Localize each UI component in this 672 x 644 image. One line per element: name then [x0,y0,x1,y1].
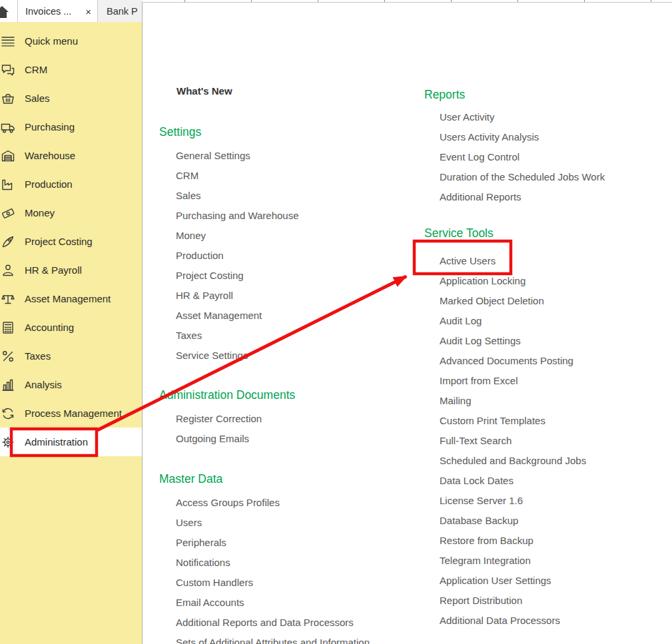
menu-item-data-lock-dates[interactable]: Data Lock Dates [440,471,586,491]
section-title: Reports [424,87,605,103]
menu-item-restore-from-backup[interactable]: Restore from Backup [440,531,586,551]
sidebar-item-label-administration: Administration [25,436,88,448]
sidebar-item-label-sales: Sales [25,93,50,104]
sidebar-item-label-project-costing: Project Costing [25,236,93,247]
sidebar-item-label-analysis: Analysis [25,379,62,390]
menu-item-general-settings[interactable]: General Settings [176,146,299,166]
bar-chart-icon [1,378,15,392]
sidebar-item-sales[interactable]: Sales [0,84,142,113]
sidebar-item-label-taxes: Taxes [25,350,51,362]
sidebar-item-administration[interactable]: Administration [0,428,142,456]
menu-item-audit-log-settings[interactable]: Audit Log Settings [440,331,586,351]
close-icon[interactable]: × [85,6,91,16]
section-title: Master Data [159,471,370,487]
basket-icon [1,91,15,106]
menu-item-peripherals[interactable]: Peripherals [176,533,370,553]
sidebar-item-label-accounting: Accounting [25,322,74,333]
menu-item-money[interactable]: Money [176,226,299,246]
whats-new-command[interactable]: What's New [176,85,232,97]
menu-item-purchasing-and-warehouse[interactable]: Purchasing and Warehouse [176,206,299,226]
menu-item-additional-reports-and-data-processors[interactable]: Additional Reports and Data Processors [176,613,370,633]
menu-item-sales[interactable]: Sales [176,186,299,206]
menu-icon [1,34,15,49]
sections-sidebar: Quick menu CRM Sales Purchasing Warehous… [0,22,142,644]
menu-item-service-settings[interactable]: Service Settings [176,346,299,366]
person-icon [1,263,15,278]
sidebar-item-label-money: Money [25,207,55,218]
sidebar-item-process-management[interactable]: Process Management [0,399,142,428]
menu-item-mailing[interactable]: Mailing [440,391,586,411]
menu-item-register-correction[interactable]: Register Correction [176,409,295,429]
chat-icon [1,63,15,77]
menu-item-active-users[interactable]: Active Users [440,251,586,271]
sidebar-item-analysis[interactable]: Analysis [0,370,142,399]
menu-item-sets-of-additional-attributes-and-information[interactable]: Sets of Additional Attributes and Inform… [176,633,370,644]
menu-item-asset-management[interactable]: Asset Management [176,306,299,326]
sidebar-item-label-asset-management: Asset Management [25,293,111,304]
menu-item-notifications[interactable]: Notifications [176,553,370,573]
menu-item-scheduled-and-background-jobs[interactable]: Scheduled and Background Jobs [440,451,586,471]
menu-item-full-text-search[interactable]: Full-Text Search [440,431,586,451]
sync-icon [1,406,15,421]
sidebar-item-label-production: Production [25,178,73,190]
tab-invoices[interactable]: Invoices ... × [17,0,98,22]
menu-item-application-user-settings[interactable]: Application User Settings [440,571,586,591]
home-icon[interactable] [0,5,9,19]
menu-item-import-from-excel[interactable]: Import from Excel [440,371,586,391]
truck-icon [1,120,15,135]
menu-item-access-groups-profiles[interactable]: Access Groups Profiles [176,493,370,513]
section-title: Settings [159,124,299,140]
sidebar-item-accounting[interactable]: Accounting [0,313,142,342]
menu-item-event-log-control[interactable]: Event Log Control [440,147,605,167]
menu-item-license-server-1-6[interactable]: License Server 1.6 [440,491,586,511]
menu-item-advanced-documents-posting[interactable]: Advanced Documents Posting [440,351,586,371]
menu-item-custom-handlers[interactable]: Custom Handlers [176,573,370,593]
menu-item-marked-object-deletion[interactable]: Marked Object Deletion [440,291,586,311]
menu-item-users[interactable]: Users [176,513,370,533]
warehouse-icon [1,149,15,163]
percent-icon [1,349,15,364]
menu-item-audit-log[interactable]: Audit Log [440,311,586,331]
menu-item-additional-reports[interactable]: Additional Reports [440,187,605,207]
menu-item-additional-data-processors[interactable]: Additional Data Processors [440,611,586,631]
section-title: Service Tools [424,225,586,241]
menu-item-project-costing[interactable]: Project Costing [176,266,299,286]
sidebar-item-label-purchasing: Purchasing [25,121,75,133]
menu-item-users-activity-analysis[interactable]: Users Activity Analysis [440,127,605,147]
menu-item-taxes[interactable]: Taxes [176,326,299,346]
menu-item-email-accounts[interactable]: Email Accounts [176,593,370,613]
tab-bank-payments[interactable]: Bank P [98,0,143,22]
menu-item-production[interactable]: Production [176,246,299,266]
sidebar-item-label-process-management: Process Management [25,408,122,419]
factory-icon [1,177,15,192]
menu-item-database-backup[interactable]: Database Backup [440,511,586,531]
sidebar-item-taxes[interactable]: Taxes [0,342,142,370]
sidebar-item-production[interactable]: Production [0,170,142,198]
sidebar-item-asset-management[interactable]: Asset Management [0,284,142,313]
money-icon [1,206,15,220]
sidebar-item-hr-payroll[interactable]: HR & Payroll [0,256,142,284]
menu-item-hr-payroll[interactable]: HR & Payroll [176,286,299,306]
menu-item-duration-of-the-scheduled-jobs-work[interactable]: Duration of the Scheduled Jobs Work [440,167,605,187]
sidebar-item-label-crm: CRM [25,64,47,75]
rocket-icon [1,234,15,249]
menu-item-application-locking[interactable]: Application Locking [440,271,586,291]
sidebar-item-quick-menu[interactable]: Quick menu [0,27,142,55]
menu-section-reports: Reports User ActivityUsers Activity Anal… [424,87,605,207]
menu-item-outgoing-emails[interactable]: Outgoing Emails [176,429,295,449]
sidebar-item-project-costing[interactable]: Project Costing [0,227,142,256]
sidebar-item-purchasing[interactable]: Purchasing [0,113,142,141]
menu-section-settings: Settings General SettingsCRMSalesPurchas… [159,124,299,366]
menu-item-report-distribution[interactable]: Report Distribution [440,591,586,611]
menu-item-crm[interactable]: CRM [176,166,299,186]
menu-section-service-tools: Service Tools Active UsersApplication Lo… [424,225,586,631]
tab-label: Invoices ... [25,6,71,17]
menu-section-administration-documents: Administration Documents Register Correc… [159,387,295,449]
sidebar-item-crm[interactable]: CRM [0,55,142,84]
menu-item-user-activity[interactable]: User Activity [440,107,605,127]
sidebar-item-warehouse[interactable]: Warehouse [0,141,142,170]
gear-icon [1,435,15,450]
menu-item-telegram-integration[interactable]: Telegram Integration [440,551,586,571]
sidebar-item-money[interactable]: Money [0,198,142,227]
menu-item-custom-print-templates[interactable]: Custom Print Templates [440,411,586,431]
